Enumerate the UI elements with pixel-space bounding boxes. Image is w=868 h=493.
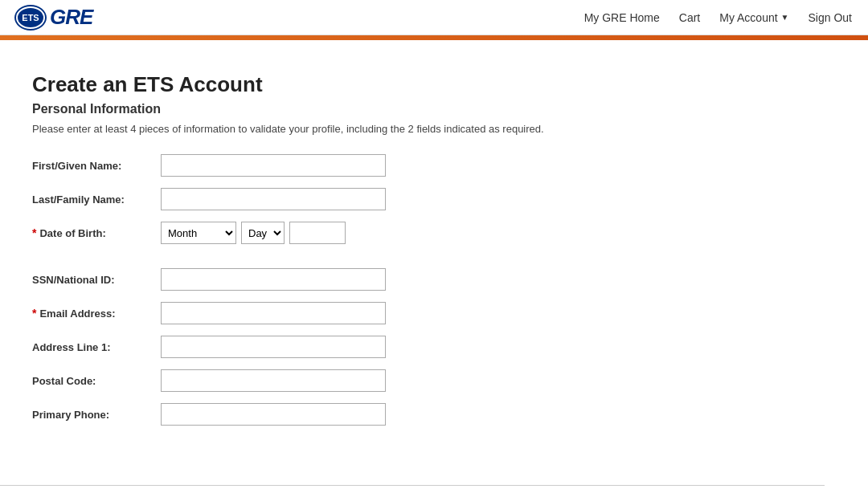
postal-input[interactable] xyxy=(161,369,386,392)
address-label: Address Line 1: xyxy=(32,341,161,353)
gre-logo: GRE xyxy=(50,5,92,30)
nav-my-account-label: My Account xyxy=(719,11,777,24)
last-name-label: Last/Family Name: xyxy=(32,194,161,206)
phone-input[interactable] xyxy=(161,403,386,426)
dob-month-select[interactable]: MonthJanuaryFebruaryMarchAprilMayJuneJul… xyxy=(161,222,236,244)
dob-inputs: MonthJanuaryFebruaryMarchAprilMayJuneJul… xyxy=(161,222,346,244)
nav-my-account[interactable]: My Account ▼ xyxy=(719,11,788,24)
postal-group: Postal Code: xyxy=(32,369,691,392)
address-input[interactable] xyxy=(161,336,386,358)
first-name-label: First/Given Name: xyxy=(32,160,161,172)
phone-group: Primary Phone: xyxy=(32,403,691,426)
first-name-input[interactable] xyxy=(161,154,386,177)
main-content: Create an ETS Account Personal Informati… xyxy=(0,40,723,469)
last-name-group: Last/Family Name: xyxy=(32,188,691,210)
ssn-label: SSN/National ID: xyxy=(32,274,161,286)
dob-day-select[interactable]: Day1234567891011121314151617181920212223… xyxy=(241,222,285,244)
nav-my-gre-home[interactable]: My GRE Home xyxy=(584,11,660,24)
divider xyxy=(0,485,825,486)
first-name-group: First/Given Name: xyxy=(32,154,691,177)
instruction-text: Please enter at least 4 pieces of inform… xyxy=(32,123,691,135)
dob-group: * Date of Birth: MonthJanuaryFebruaryMar… xyxy=(32,222,691,244)
logo-area: ETS GRE xyxy=(16,5,92,30)
dob-label: * Date of Birth: xyxy=(32,226,161,239)
postal-label: Postal Code: xyxy=(32,375,161,387)
ssn-input[interactable] xyxy=(161,268,386,291)
email-group: * Email Address: xyxy=(32,302,691,324)
nav-cart[interactable]: Cart xyxy=(679,11,700,24)
header: ETS GRE My GRE Home Cart My Account ▼ Si… xyxy=(0,0,868,35)
chevron-down-icon: ▼ xyxy=(781,13,789,22)
email-label: * Email Address: xyxy=(32,307,161,320)
dob-required-star: * xyxy=(32,226,36,239)
nav-sign-out[interactable]: Sign Out xyxy=(809,11,852,24)
email-input[interactable] xyxy=(161,302,386,324)
page-title: Create an ETS Account xyxy=(32,72,691,97)
last-name-input[interactable] xyxy=(161,188,386,210)
dob-year-input[interactable] xyxy=(289,222,346,244)
ets-logo-icon: ETS xyxy=(16,6,45,29)
email-required-star: * xyxy=(32,307,36,320)
nav-links: My GRE Home Cart My Account ▼ Sign Out xyxy=(584,11,852,24)
ssn-group: SSN/National ID: xyxy=(32,268,691,291)
section-title: Personal Information xyxy=(32,102,691,116)
address-group: Address Line 1: xyxy=(32,336,691,358)
phone-label: Primary Phone: xyxy=(32,409,161,421)
